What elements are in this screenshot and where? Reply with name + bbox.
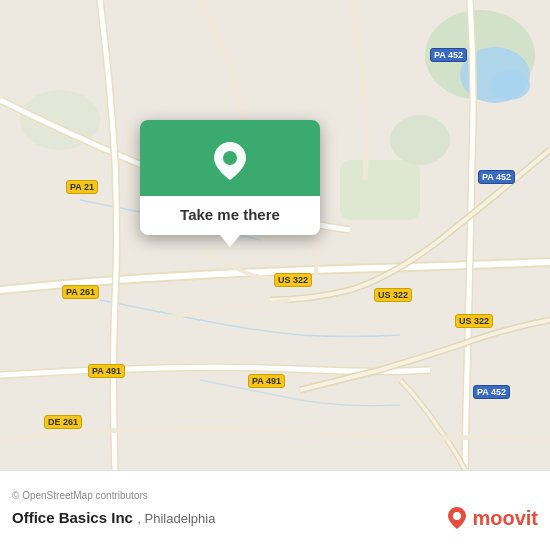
map-attribution: © OpenStreetMap contributors [12, 490, 538, 501]
road-badge-us322-2: US 322 [374, 288, 412, 302]
road-badge-pa21: PA 21 [66, 180, 98, 194]
bottom-bar: © OpenStreetMap contributors Office Basi… [0, 470, 550, 550]
road-badge-us322-1: US 322 [274, 273, 312, 287]
svg-point-9 [223, 151, 237, 165]
svg-point-6 [490, 70, 530, 100]
map-container: PA 452 PA 452 PA 452 PA 21 PA 261 PA 491… [0, 0, 550, 470]
location-city: , Philadelphia [137, 511, 215, 526]
svg-point-10 [453, 512, 461, 520]
popup-card[interactable]: Take me there [140, 120, 320, 235]
svg-rect-3 [340, 160, 420, 220]
popup-label[interactable]: Take me there [168, 196, 292, 223]
moovit-brand-text: moovit [472, 507, 538, 530]
location-pin-icon [208, 138, 252, 182]
moovit-logo: moovit [444, 505, 538, 531]
road-badge-de261: DE 261 [44, 415, 82, 429]
location-name-row: Office Basics Inc , Philadelphia moovit [12, 505, 538, 531]
road-badge-pa491-2: PA 491 [248, 374, 285, 388]
road-badge-pa491-1: PA 491 [88, 364, 125, 378]
road-badge-pa452-2: PA 452 [478, 170, 515, 184]
road-badge-us322-3: US 322 [455, 314, 493, 328]
location-info: Office Basics Inc , Philadelphia [12, 509, 215, 527]
road-badge-pa261: PA 261 [62, 285, 99, 299]
popup-green-section [140, 120, 320, 196]
road-badge-pa452-1: PA 452 [430, 48, 467, 62]
location-name: Office Basics Inc [12, 509, 133, 526]
svg-point-2 [390, 115, 450, 165]
moovit-pin-icon [444, 505, 470, 531]
road-badge-pa452-3: PA 452 [473, 385, 510, 399]
map-svg [0, 0, 550, 470]
